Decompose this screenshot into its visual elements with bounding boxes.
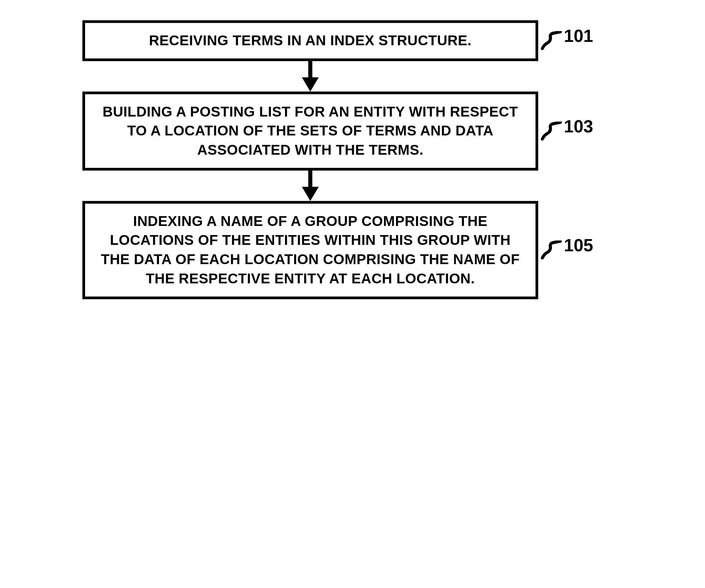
squiggle-icon	[541, 122, 562, 140]
arrow-down-icon	[298, 171, 322, 201]
step-text: BUILDING A POSTING LIST FOR AN ENTITY WI…	[103, 104, 518, 158]
step-label: 101	[564, 27, 593, 45]
squiggle-icon	[541, 31, 562, 50]
flowchart-step: BUILDING A POSTING LIST FOR AN ENTITY WI…	[82, 92, 623, 171]
svg-marker-3	[302, 187, 319, 201]
label-connector: 105	[541, 240, 562, 259]
arrow-container	[82, 171, 538, 201]
step-text: RECEIVING TERMS IN AN INDEX STRUCTURE.	[149, 32, 472, 48]
step-box-2: BUILDING A POSTING LIST FOR AN ENTITY WI…	[82, 92, 538, 171]
step-label: 105	[564, 236, 593, 254]
step-label: 103	[564, 118, 593, 135]
flowchart-step: INDEXING A NAME OF A GROUP COMPRISING TH…	[82, 201, 623, 299]
arrow-container	[82, 61, 538, 92]
flowchart-step: RECEIVING TERMS IN AN INDEX STRUCTURE. 1…	[82, 20, 623, 61]
svg-marker-1	[302, 77, 319, 92]
step-box-3: INDEXING A NAME OF A GROUP COMPRISING TH…	[82, 201, 538, 299]
label-connector: 101	[541, 31, 562, 50]
step-text: INDEXING A NAME OF A GROUP COMPRISING TH…	[101, 213, 520, 286]
flowchart-diagram: RECEIVING TERMS IN AN INDEX STRUCTURE. 1…	[82, 20, 623, 299]
label-connector: 103	[541, 122, 562, 140]
step-box-1: RECEIVING TERMS IN AN INDEX STRUCTURE.	[82, 20, 538, 61]
arrow-down-icon	[298, 61, 322, 92]
squiggle-icon	[541, 240, 562, 259]
